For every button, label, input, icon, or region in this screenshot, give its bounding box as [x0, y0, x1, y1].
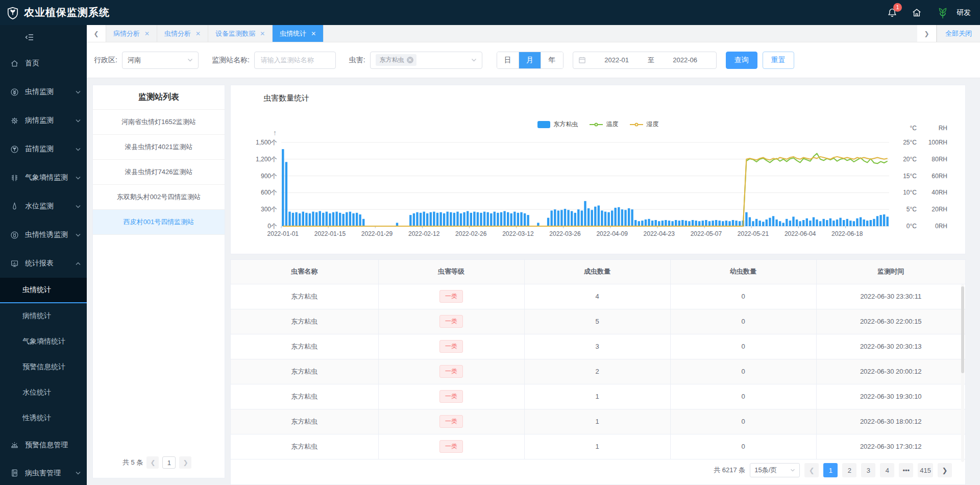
date-end-value[interactable]: 2022-06 — [659, 56, 711, 64]
table-row[interactable]: 东方粘虫 一类 2 0 2022-06-30 20:00:12 — [231, 359, 965, 384]
svg-text:600个: 600个 — [261, 189, 277, 196]
sidebar-item-report[interactable]: 统计报表 — [0, 249, 87, 278]
chevron-down-icon — [76, 205, 81, 208]
date-start-value[interactable]: 2022-01 — [591, 56, 643, 64]
prev-page-button[interactable]: ❮ — [804, 463, 819, 477]
close-all-tabs-button[interactable]: 全部关闭 — [937, 25, 980, 42]
notification-bell-icon[interactable]: 1 — [886, 7, 898, 19]
sidebar-item-pheromone-monitor[interactable]: 虫情性诱监测 — [0, 221, 87, 249]
home-icon[interactable] — [911, 7, 923, 19]
stations-total: 共 5 条 — [122, 458, 143, 467]
table-row[interactable]: 东方粘虫 一类 5 0 2022-06-30 22:00:15 — [231, 309, 965, 334]
chevron-down-icon — [76, 90, 81, 94]
sidebar-item-disease-monitor[interactable]: 病情监测 — [0, 106, 87, 135]
sidebar-subitem-water-level-stats[interactable]: 水位统计 — [0, 380, 87, 405]
table-row[interactable]: 东方粘虫 一类 4 0 2022-06-30 23:30:11 — [231, 284, 965, 309]
tab-insect-stats[interactable]: 虫情统计 ✕ — [273, 25, 324, 42]
close-icon[interactable]: ✕ — [195, 31, 201, 37]
pest-count-chart[interactable]: 0个300个600个900个1,200个1,500个↑2022-01-01202… — [231, 85, 966, 255]
region-value: 河南 — [128, 56, 141, 65]
stations-next-page-icon[interactable]: ❯ — [179, 456, 191, 469]
svg-text:0个: 0个 — [267, 223, 277, 230]
page-button-1[interactable]: 1 — [823, 463, 838, 477]
sidebar-item-label: 苗情监测 — [25, 144, 76, 154]
sidebar-item-home[interactable]: 首页 — [0, 49, 87, 78]
station-list-item[interactable]: 东双鹅头村002号四情监测站 — [93, 185, 225, 210]
region-label: 行政区: — [94, 56, 117, 65]
table-row[interactable]: 东方粘虫 一类 3 0 2022-06-30 20:30:13 — [231, 334, 965, 359]
date-range-picker[interactable]: 2022-01 至 2022-06 — [573, 52, 717, 69]
scrollbar-thumb[interactable] — [961, 286, 964, 373]
tabs-scroll-left-button[interactable]: ❮ — [87, 25, 106, 42]
sidebar-item-pest-management[interactable]: 病虫害管理 — [0, 459, 87, 485]
chevron-down-icon — [76, 148, 81, 151]
svg-text:2022-03-26: 2022-03-26 — [549, 230, 581, 237]
sidebar-subitem-disease-stats[interactable]: 病情统计 — [0, 303, 87, 329]
svg-text:°C: °C — [910, 125, 917, 132]
station-list-item[interactable]: 浚县虫情灯4021监测站 — [93, 135, 225, 160]
table-row[interactable]: 东方粘虫 一类 1 0 2022-06-30 17:30:12 — [231, 434, 965, 459]
svg-text:40RH: 40RH — [932, 189, 947, 196]
siren-icon — [10, 441, 19, 449]
next-page-button[interactable]: ❯ — [938, 463, 952, 477]
sidebar-item-warning-management[interactable]: 预警信息管理 — [0, 431, 87, 459]
sidebar-subitem-warning-stats[interactable]: 预警信息统计 — [0, 354, 87, 380]
stations-prev-page-icon[interactable]: ❮ — [146, 456, 159, 469]
svg-text:2022-02-12: 2022-02-12 — [408, 230, 440, 237]
station-list-item[interactable]: 河南省虫情灯1652监测站 — [93, 110, 225, 135]
svg-text:↑: ↑ — [273, 129, 277, 137]
collapse-icon — [24, 32, 35, 42]
user-name[interactable]: 研发 — [957, 8, 971, 17]
table-scrollbar[interactable] — [961, 284, 964, 462]
tabs-scroll-right-button[interactable]: ❯ — [917, 25, 937, 42]
page-button-4[interactable]: 4 — [880, 463, 894, 477]
table-total: 共 6217 条 — [714, 466, 745, 475]
page-button-3[interactable]: 3 — [861, 463, 875, 477]
page-button-2[interactable]: 2 — [842, 463, 856, 477]
close-icon[interactable]: ✕ — [260, 31, 265, 37]
chevron-up-icon — [76, 262, 81, 265]
level-badge: 一类 — [439, 415, 463, 428]
level-badge: 一类 — [439, 315, 463, 328]
table-row[interactable]: 东方粘虫 一类 1 0 2022-06-30 18:00:12 — [231, 409, 965, 434]
station-list-item[interactable]: 浚县虫情灯7426监测站 — [93, 160, 225, 185]
sidebar-item-label: 预警信息管理 — [25, 441, 81, 450]
svg-text:2022-04-23: 2022-04-23 — [644, 230, 675, 237]
station-name-input[interactable] — [254, 52, 336, 69]
sidebar-item-insect-monitor[interactable]: 虫情监测 — [0, 78, 87, 106]
sidebar-item-water-level-monitor[interactable]: 水位监测 — [0, 192, 87, 221]
tab-insect-analysis[interactable]: 虫情分析 ✕ — [157, 25, 208, 42]
stations-current-page[interactable]: 1 — [162, 456, 176, 469]
bar-chart-icon — [10, 259, 19, 268]
pest-select[interactable]: 东方粘虫 ✕ — [370, 52, 482, 69]
sidebar-item-weather-soil-monitor[interactable]: 气象墒情监测 — [0, 163, 87, 192]
tab-disease-analysis[interactable]: 病情分析 ✕ — [106, 25, 157, 42]
level-badge: 一类 — [439, 340, 463, 353]
search-button[interactable]: 查询 — [726, 52, 757, 69]
content-area: 监测站列表 河南省虫情灯1652监测站 浚县虫情灯4021监测站 浚县虫情灯74… — [87, 78, 980, 485]
tab-label: 虫情分析 — [164, 29, 191, 38]
sidebar-item-seedling-monitor[interactable]: 苗情监测 — [0, 135, 87, 163]
page-ellipsis[interactable]: ••• — [899, 463, 913, 477]
period-day-button[interactable]: 日 — [497, 52, 519, 68]
period-year-button[interactable]: 年 — [541, 52, 563, 68]
sidebar-subitem-pheromone-stats[interactable]: 性诱统计 — [0, 405, 87, 431]
period-month-button[interactable]: 月 — [519, 52, 541, 68]
sidebar-collapse-button[interactable] — [0, 25, 87, 49]
region-select[interactable]: 河南 — [122, 52, 199, 69]
svg-text:100RH: 100RH — [928, 139, 947, 146]
user-avatar[interactable] — [935, 5, 950, 20]
sidebar-subitem-insect-stats[interactable]: 虫情统计 — [0, 278, 87, 303]
reset-button[interactable]: 重置 — [763, 52, 794, 69]
page-button-last[interactable]: 415 — [918, 463, 933, 477]
close-icon[interactable]: ✕ — [311, 31, 316, 37]
table-row[interactable]: 东方粘虫 一类 1 0 2022-06-30 19:30:10 — [231, 384, 965, 409]
close-icon[interactable]: ✕ — [144, 31, 150, 37]
filter-bar: 行政区: 河南 监测站名称: 虫害: 东方粘虫 ✕ 日 月 年 — [87, 42, 980, 78]
svg-text:15°C: 15°C — [903, 173, 917, 180]
tab-device-data[interactable]: 设备监测数据 ✕ — [208, 25, 273, 42]
page-size-select[interactable]: 15条/页 — [750, 463, 800, 477]
sidebar-subitem-weather-soil-stats[interactable]: 气象墒情统计 — [0, 329, 87, 354]
station-list-item-selected[interactable]: 西皮村001号四情监测站 — [93, 210, 225, 235]
tag-close-icon[interactable]: ✕ — [407, 57, 413, 63]
